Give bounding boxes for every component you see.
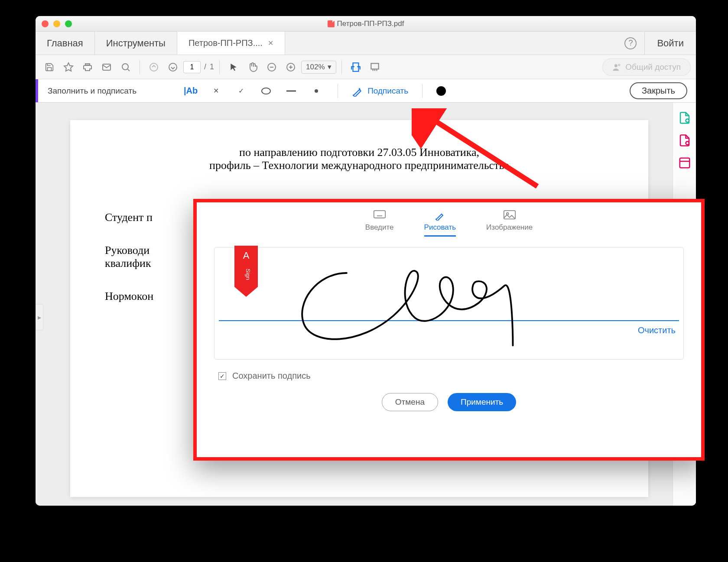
save-signature-checkbox[interactable]: ✓ xyxy=(218,372,226,380)
share-button[interactable]: Общий доступ xyxy=(602,58,691,76)
save-icon[interactable] xyxy=(41,58,58,76)
print-icon[interactable] xyxy=(79,58,96,76)
drawn-signature xyxy=(214,247,683,358)
svg-rect-25 xyxy=(679,158,689,168)
cancel-button[interactable]: Отмена xyxy=(382,393,438,411)
create-pdf-icon[interactable] xyxy=(678,134,691,147)
edit-pdf-icon[interactable] xyxy=(678,156,691,169)
svg-point-4 xyxy=(150,63,158,71)
line-tool-icon[interactable] xyxy=(284,84,299,98)
svg-point-2 xyxy=(122,64,128,70)
svg-marker-0 xyxy=(64,63,73,71)
cross-tool-icon[interactable]: ✕ xyxy=(208,84,223,98)
fill-sign-bar: Заполнить и подписать |Ab ✕ ✓ Подписать … xyxy=(36,79,696,103)
star-icon[interactable] xyxy=(60,58,77,76)
svg-point-22 xyxy=(315,89,318,93)
circle-tool-icon[interactable] xyxy=(259,84,273,98)
export-pdf-icon[interactable] xyxy=(678,111,691,124)
close-tab-icon[interactable]: ✕ xyxy=(268,39,273,47)
pen-icon xyxy=(352,85,363,97)
svg-line-3 xyxy=(128,69,130,71)
tab-image-label: Изображение xyxy=(486,223,533,232)
text-tool-icon[interactable]: |Ab xyxy=(183,84,198,98)
signature-dialog: Введите Рисовать Изображение A Sign Очис… xyxy=(193,199,705,461)
draw-icon xyxy=(434,210,446,221)
sign-button[interactable]: Подписать xyxy=(352,85,408,97)
keyboard-icon xyxy=(373,210,386,221)
mail-icon[interactable] xyxy=(98,58,115,76)
zoom-out-icon[interactable] xyxy=(263,58,280,76)
check-tool-icon[interactable]: ✓ xyxy=(234,84,248,98)
search-icon[interactable] xyxy=(117,58,134,76)
signature-canvas[interactable]: A Sign Очистить xyxy=(214,247,684,360)
svg-point-16 xyxy=(614,64,618,67)
chevron-down-icon: ▾ xyxy=(328,62,332,71)
page-up-icon[interactable] xyxy=(145,58,162,76)
share-person-icon xyxy=(612,63,621,71)
page-indicator: / 1 xyxy=(183,61,214,73)
tab-tools[interactable]: Инструменты xyxy=(95,32,177,55)
dot-tool-icon[interactable] xyxy=(309,84,324,98)
tab-type-signature[interactable]: Введите xyxy=(365,210,394,237)
page-display-icon[interactable] xyxy=(366,58,384,76)
signature-mode-tabs: Введите Рисовать Изображение xyxy=(197,202,701,241)
clear-signature-button[interactable]: Очистить xyxy=(638,325,676,335)
save-signature-row: ✓ Сохранить подпись xyxy=(218,371,679,381)
help-icon[interactable]: ? xyxy=(624,37,637,49)
tab-draw-label: Рисовать xyxy=(424,223,456,232)
main-toolbar: / 1 102% ▾ Общий доступ xyxy=(36,55,696,79)
sign-label: Подписать xyxy=(367,86,408,96)
svg-point-20 xyxy=(262,88,270,94)
share-label: Общий доступ xyxy=(625,62,681,72)
fit-width-icon[interactable] xyxy=(347,58,364,76)
page-down-icon[interactable] xyxy=(164,58,182,76)
svg-rect-28 xyxy=(374,211,385,218)
tab-image-signature[interactable]: Изображение xyxy=(486,210,533,237)
titlebar: Петров-ПП-РПЗ.pdf xyxy=(36,16,696,32)
tab-home[interactable]: Главная xyxy=(36,32,95,55)
tab-bar: Главная Инструменты Петров-ПП-РПЗ.... ✕ … xyxy=(36,32,696,55)
left-panel-toggle[interactable]: ▸ xyxy=(36,304,43,330)
tab-document[interactable]: Петров-ПП-РПЗ.... ✕ xyxy=(177,32,285,55)
title: Петров-ПП-РПЗ.pdf xyxy=(36,19,696,28)
close-fillsign-button[interactable]: Закрыть xyxy=(630,82,687,99)
color-picker-dot[interactable] xyxy=(436,86,446,96)
zoom-value: 102% xyxy=(306,63,325,71)
svg-point-5 xyxy=(169,63,177,71)
tab-type-label: Введите xyxy=(365,223,394,232)
filename-label: Петров-ПП-РПЗ.pdf xyxy=(337,19,404,28)
active-tool-indicator xyxy=(36,79,38,102)
image-icon xyxy=(503,210,516,221)
hand-tool-icon[interactable] xyxy=(244,58,261,76)
svg-rect-12 xyxy=(371,63,378,69)
svg-line-27 xyxy=(429,117,537,186)
zoom-dropdown[interactable]: 102% ▾ xyxy=(301,61,336,74)
page-total: 1 xyxy=(210,62,214,71)
select-tool-icon[interactable] xyxy=(225,58,242,76)
annotation-arrow xyxy=(412,108,550,195)
pdf-file-icon xyxy=(328,20,335,27)
login-button[interactable]: Войти xyxy=(644,32,696,55)
page-sep: / xyxy=(204,62,206,71)
dialog-actions: Отмена Применить xyxy=(197,393,701,411)
apply-button[interactable]: Применить xyxy=(448,393,516,411)
zoom-in-icon[interactable] xyxy=(282,58,299,76)
save-signature-label: Сохранить подпись xyxy=(232,371,311,381)
fill-sign-title: Заполнить и подписать xyxy=(48,86,136,96)
current-page-input[interactable] xyxy=(183,61,201,73)
tab-draw-signature[interactable]: Рисовать xyxy=(424,210,456,237)
tab-document-label: Петров-ПП-РПЗ.... xyxy=(188,38,263,48)
